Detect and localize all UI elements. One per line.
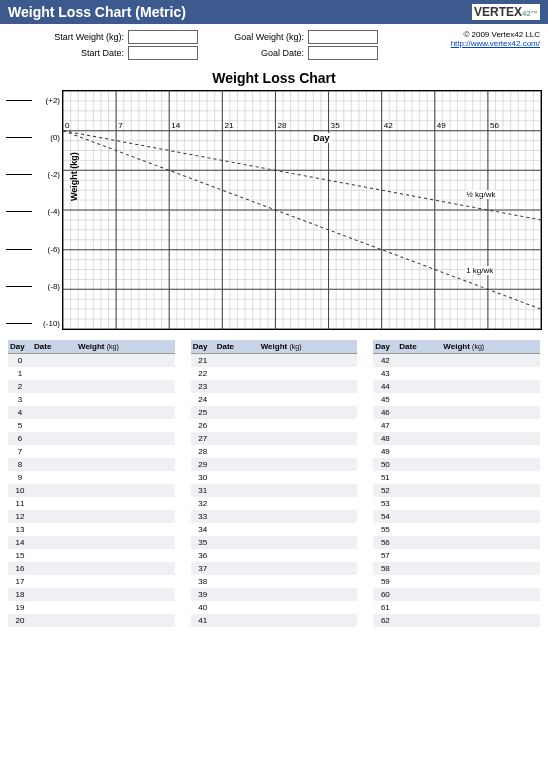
table-row: 56: [373, 536, 540, 549]
table-row: 25: [191, 406, 358, 419]
table-row: 45: [373, 393, 540, 406]
start-weight-label: Start Weight (kg):: [54, 32, 124, 42]
table-row: 57: [373, 549, 540, 562]
copyright: © 2009 Vertex42 LLC: [378, 30, 540, 39]
table-row: 16: [8, 562, 175, 575]
table-row: 49: [373, 445, 540, 458]
annotation-half-kg: ½ kg/wk: [465, 190, 496, 199]
table-row: 15: [8, 549, 175, 562]
table-row: 53: [373, 497, 540, 510]
table-row: 0: [8, 354, 175, 367]
table-row: 12: [8, 510, 175, 523]
table-row: 24: [191, 393, 358, 406]
title-bar: Weight Loss Chart (Metric) VERTEX42™: [0, 0, 548, 24]
table-column: DayDateWeight (kg)0123456789101112131415…: [8, 340, 175, 627]
table-row: 46: [373, 406, 540, 419]
table-row: 41: [191, 614, 358, 627]
table-row: 59: [373, 575, 540, 588]
table-row: 20: [8, 614, 175, 627]
page-title: Weight Loss Chart (Metric): [8, 4, 186, 20]
table-row: 28: [191, 445, 358, 458]
table-row: 7: [8, 445, 175, 458]
svg-text:49: 49: [437, 121, 447, 130]
th-day: Day: [191, 340, 215, 353]
table-row: 33: [191, 510, 358, 523]
weight-entry-blanks: [6, 90, 36, 330]
logo: VERTEX42™: [472, 4, 540, 20]
table-row: 55: [373, 523, 540, 536]
th-day: Day: [8, 340, 32, 353]
table-row: 58: [373, 562, 540, 575]
table-row: 48: [373, 432, 540, 445]
table-row: 30: [191, 471, 358, 484]
table-row: 35: [191, 536, 358, 549]
table-row: 2: [8, 380, 175, 393]
table-column: DayDateWeight (kg)2122232425262728293031…: [191, 340, 358, 627]
table-row: 34: [191, 523, 358, 536]
table-row: 29: [191, 458, 358, 471]
table-row: 32: [191, 497, 358, 510]
svg-text:14: 14: [171, 121, 181, 130]
table-row: 11: [8, 497, 175, 510]
table-row: 26: [191, 419, 358, 432]
start-date-input[interactable]: [128, 46, 198, 60]
goal-weight-input[interactable]: [308, 30, 378, 44]
svg-text:56: 56: [490, 121, 500, 130]
table-row: 21: [191, 354, 358, 367]
th-weight: Weight (kg): [76, 340, 175, 353]
table-row: 14: [8, 536, 175, 549]
table-row: 17: [8, 575, 175, 588]
th-weight: Weight (kg): [441, 340, 540, 353]
table-row: 43: [373, 367, 540, 380]
goal-date-input[interactable]: [308, 46, 378, 60]
chart: Weight Loss Chart (+2)(0)(-2)(-4)(-6)(-8…: [0, 62, 548, 334]
chart-title: Weight Loss Chart: [6, 70, 542, 86]
th-weight: Weight (kg): [259, 340, 358, 353]
table-row: 8: [8, 458, 175, 471]
table-row: 4: [8, 406, 175, 419]
x-axis-label: Day: [311, 133, 332, 143]
svg-line-116: [63, 131, 541, 220]
y-tick-labels: (+2)(0)(-2)(-4)(-6)(-8)(-10): [36, 90, 62, 330]
table-row: 5: [8, 419, 175, 432]
svg-text:42: 42: [384, 121, 394, 130]
table-row: 40: [191, 601, 358, 614]
start-weight-input[interactable]: [128, 30, 198, 44]
table-row: 47: [373, 419, 540, 432]
table-row: 44: [373, 380, 540, 393]
table-row: 9: [8, 471, 175, 484]
table-row: 39: [191, 588, 358, 601]
table-row: 1: [8, 367, 175, 380]
th-date: Date: [215, 340, 259, 353]
header-form: Start Weight (kg): Start Date: Goal Weig…: [0, 24, 548, 62]
svg-text:0: 0: [65, 121, 70, 130]
goal-weight-label: Goal Weight (kg):: [234, 32, 304, 42]
table-row: 37: [191, 562, 358, 575]
svg-text:7: 7: [118, 121, 123, 130]
table-row: 19: [8, 601, 175, 614]
annotation-one-kg: 1 kg/wk: [465, 266, 494, 275]
table-row: 38: [191, 575, 358, 588]
table-row: 42: [373, 354, 540, 367]
table-row: 51: [373, 471, 540, 484]
table-row: 22: [191, 367, 358, 380]
table-row: 10: [8, 484, 175, 497]
table-row: 60: [373, 588, 540, 601]
chart-plot: 071421283542495663 Weight (kg) Day ½ kg/…: [62, 90, 542, 330]
table-row: 62: [373, 614, 540, 627]
table-row: 50: [373, 458, 540, 471]
table-row: 6: [8, 432, 175, 445]
th-day: Day: [373, 340, 397, 353]
table-row: 13: [8, 523, 175, 536]
table-row: 31: [191, 484, 358, 497]
table-row: 3: [8, 393, 175, 406]
y-axis-label: Weight (kg): [69, 152, 79, 201]
vendor-link[interactable]: http://www.vertex42.com/: [451, 39, 540, 48]
th-date: Date: [32, 340, 76, 353]
svg-text:21: 21: [224, 121, 234, 130]
goal-date-label: Goal Date:: [261, 48, 304, 58]
svg-text:28: 28: [277, 121, 287, 130]
table-row: 54: [373, 510, 540, 523]
table-row: 18: [8, 588, 175, 601]
table-row: 52: [373, 484, 540, 497]
